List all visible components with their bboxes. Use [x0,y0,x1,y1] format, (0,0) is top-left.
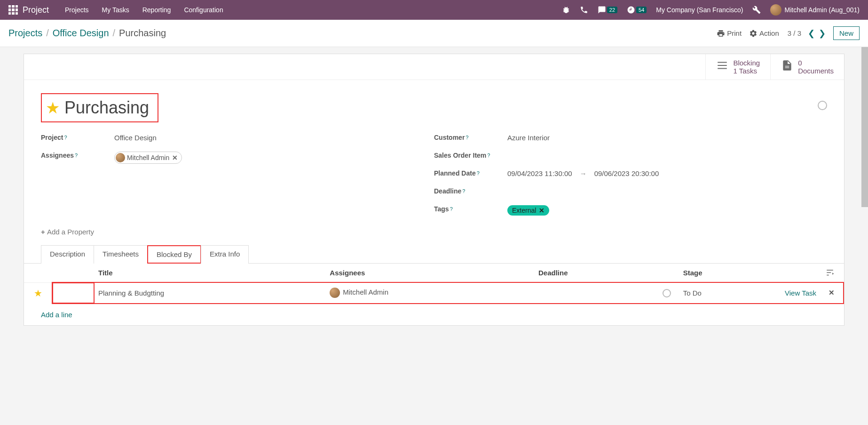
remove-tag-icon[interactable]: ✕ [539,207,544,214]
arrow-right-icon: → [580,169,587,177]
activities-badge: 54 [636,7,647,13]
tools-icon[interactable] [748,6,765,14]
messages-icon[interactable]: 22 [593,6,622,14]
activities-icon[interactable]: 54 [622,6,651,14]
view-task-link[interactable]: View Task [785,289,816,297]
column-options-icon[interactable] [826,268,834,276]
remove-row-icon[interactable]: ✕ [824,289,839,297]
support-icon[interactable] [575,6,593,14]
label-sales-order-item: Sales Order Item? [434,152,507,159]
messages-badge: 22 [607,7,617,13]
blocked-by-table: Title Assignees Deadline Stage ★ Plannin… [24,264,844,304]
add-property-button[interactable]: Add a Property [24,224,844,245]
tag-external[interactable]: External✕ [507,205,549,216]
pager-text[interactable]: 3 / 3 [788,29,801,37]
add-line-button[interactable]: Add a line [24,304,844,325]
gear-icon [749,29,758,38]
breadcrumb: Projects / Office Design / Purchasing [8,28,166,39]
stat-blocking-button[interactable]: Blocking1 Tasks [705,54,770,80]
task-form-card: Blocking1 Tasks 0Documents ★ Purchasing … [24,54,844,326]
tab-timesheets[interactable]: Timesheets [94,245,148,264]
breadcrumb-office-design[interactable]: Office Design [53,28,109,39]
nav-my-tasks[interactable]: My Tasks [95,6,136,14]
scrollbar[interactable] [861,47,868,207]
nav-projects[interactable]: Projects [58,6,95,14]
tab-strip: Description Timesheets Blocked By Extra … [41,245,827,264]
breadcrumb-current: Purchasing [119,28,166,39]
stat-blocking-line1: Blocking [733,59,760,67]
user-menu[interactable]: Mitchell Admin (Aug_001) [765,4,864,16]
label-tags: Tags? [434,205,507,213]
stat-docs-line1: 0 [798,59,834,67]
label-assignees: Assignees? [41,152,114,159]
planned-date-end[interactable]: 09/06/2023 20:30:00 [594,169,659,177]
nav-reporting[interactable]: Reporting [136,6,178,14]
breadcrumb-projects[interactable]: Projects [8,28,42,39]
pager-prev[interactable]: ❮ [806,28,817,39]
apps-grid-icon[interactable] [8,5,18,15]
row-assignee: Mitchell Admin [343,288,388,296]
row-stage: To Do [683,289,702,297]
action-button[interactable]: Action [749,29,779,38]
print-icon [717,29,725,38]
tab-blocked-by[interactable]: Blocked By [147,245,201,264]
label-customer: Customer? [434,134,507,141]
top-navbar: Project Projects My Tasks Reporting Conf… [0,0,868,20]
col-title[interactable]: Title [95,264,326,282]
nav-configuration[interactable]: Configuration [177,6,229,14]
col-stage[interactable]: Stage [679,264,764,282]
field-tags[interactable]: External✕ [507,205,827,216]
task-title-box: ★ Purchasing [41,93,158,122]
debug-icon[interactable] [557,6,575,14]
label-deadline: Deadline? [434,187,507,195]
planned-date-start[interactable]: 09/04/2023 11:30:00 [507,169,572,177]
favorite-star-icon[interactable]: ★ [46,98,60,117]
company-switcher[interactable]: My Company (San Francisco) [651,6,748,14]
field-customer[interactable]: Azure Interior [507,134,827,142]
stat-documents-button[interactable]: 0Documents [770,54,844,80]
avatar-icon [770,4,781,16]
row-title[interactable]: Planning & Budgtting [98,289,164,297]
tab-extra-info[interactable]: Extra Info [201,245,249,264]
tasks-icon [716,59,728,74]
avatar-icon [330,288,340,298]
col-deadline[interactable]: Deadline [535,264,651,282]
col-assignees[interactable]: Assignees [326,264,535,282]
stat-row: Blocking1 Tasks 0Documents [24,54,844,80]
print-button[interactable]: Print [717,29,742,38]
task-state-toggle[interactable] [818,101,827,110]
field-assignees[interactable]: Mitchell Admin✕ [114,152,434,164]
label-planned-date: Planned Date? [434,169,507,177]
field-project[interactable]: Office Design [114,134,434,142]
document-icon [781,59,793,74]
stat-docs-line2: Documents [798,67,834,75]
new-button[interactable]: New [833,26,860,40]
row-state-toggle[interactable] [663,289,671,297]
control-bar: Projects / Office Design / Purchasing Pr… [0,20,868,47]
pager-next[interactable]: ❯ [817,28,828,39]
row-star-icon[interactable]: ★ [34,288,42,298]
task-title[interactable]: Purchasing [64,98,149,118]
assignee-tag[interactable]: Mitchell Admin✕ [114,152,182,164]
remove-assignee-icon[interactable]: ✕ [172,154,178,161]
table-row[interactable]: ★ Planning & Budgtting Mitchell Admin To… [24,282,844,304]
avatar-icon [116,153,125,162]
brand-title[interactable]: Project [23,5,49,15]
stat-blocking-line2: 1 Tasks [733,67,760,75]
tab-description[interactable]: Description [41,245,94,264]
row-deadline[interactable] [535,282,651,304]
label-project: Project? [41,134,114,141]
user-name: Mitchell Admin (Aug_001) [784,6,860,14]
